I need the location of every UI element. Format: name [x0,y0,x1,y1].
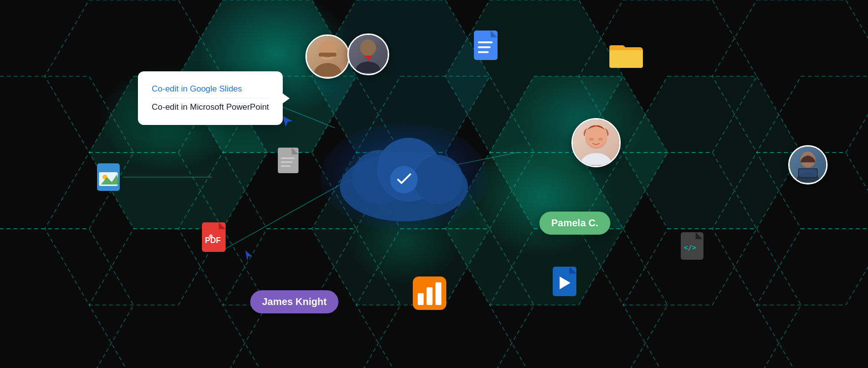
pamela-badge: Pamela C. [539,212,610,235]
svg-rect-50 [319,53,336,57]
svg-rect-88 [435,282,441,305]
google-doc-icon [473,30,503,66]
cloud-glow [320,123,488,231]
svg-rect-86 [418,293,424,305]
svg-marker-33 [623,76,801,229]
cloud-svg [320,123,488,231]
coedit-google-slides[interactable]: Co-edit in Google Slides [152,80,269,98]
svg-rect-78 [478,46,491,48]
code-file-icon: </> [680,231,709,267]
svg-point-53 [360,39,376,56]
svg-marker-24 [623,229,801,368]
svg-marker-25 [757,229,868,368]
svg-point-59 [589,138,594,141]
avatar-pamela [571,118,621,167]
svg-point-43 [414,155,463,204]
svg-point-56 [580,153,612,165]
svg-rect-65 [799,169,817,177]
pdf-icon: PDF [201,221,232,258]
svg-rect-73 [281,161,293,163]
context-menu[interactable]: Co-edit in Google Slides Co-edit in Micr… [138,71,283,125]
svg-rect-77 [478,41,493,43]
svg-marker-55 [367,58,370,61]
coedit-powerpoint[interactable]: Co-edit in Microsoft PowerPoint [152,98,269,116]
james-knight-label: James Knight [262,296,327,307]
svg-point-52 [355,61,381,73]
main-canvas: Co-edit in Google Slides Co-edit in Micr… [0,0,868,368]
cursor-arrow-1 [281,114,295,130]
svg-rect-79 [478,51,489,53]
blank-doc-icon [277,147,303,179]
analytics-icon [412,276,447,313]
presentation-icon [552,266,582,302]
svg-point-48 [314,63,341,76]
image-file-icon [96,162,126,198]
svg-marker-45 [283,116,293,127]
svg-marker-20 [89,229,267,368]
svg-text:PDF: PDF [205,236,221,245]
svg-text:</>: </> [684,244,696,251]
avatar-person1 [305,34,350,79]
svg-rect-87 [427,287,433,305]
avatar-person2 [347,33,389,75]
svg-rect-72 [281,157,295,159]
svg-marker-46 [245,250,252,261]
svg-rect-54 [365,56,371,58]
cursor-arrow-2 [241,248,255,264]
james-knight-badge: James Knight [250,290,338,313]
svg-rect-81 [609,50,643,68]
svg-point-60 [598,138,603,141]
avatar-person4 [788,145,828,184]
svg-rect-74 [281,165,291,167]
folder-icon [608,39,644,71]
pamela-label: Pamela C. [551,217,599,228]
